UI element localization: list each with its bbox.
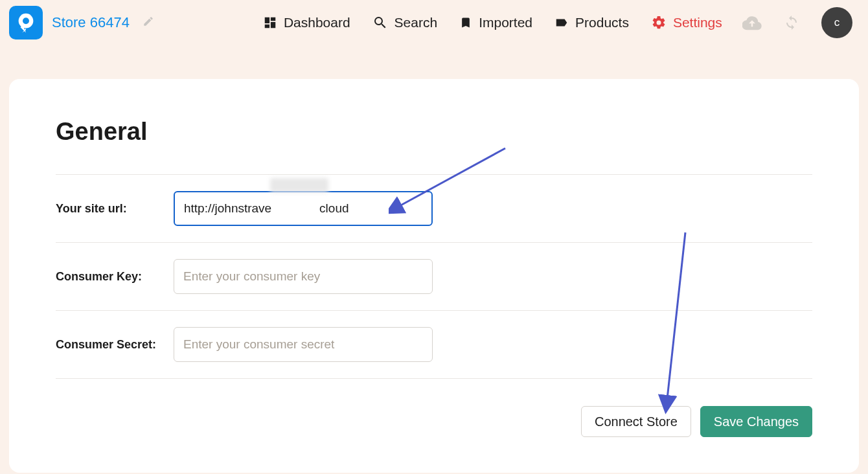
nav-search[interactable]: Search	[372, 15, 438, 30]
site-url-label: Your site url:	[56, 202, 174, 216]
nav-label: Settings	[673, 15, 722, 30]
consumer-key-input[interactable]	[174, 259, 433, 294]
consumer-key-label: Consumer Key:	[56, 270, 174, 284]
edit-icon[interactable]	[143, 16, 154, 30]
sync-icon[interactable]	[784, 15, 799, 30]
svg-point-1	[23, 17, 29, 24]
tag-icon	[554, 16, 569, 30]
cloud-upload-icon[interactable]	[742, 13, 762, 32]
site-url-row: Your site url:	[56, 175, 812, 243]
connect-store-button[interactable]: Connect Store	[581, 406, 691, 437]
dashboard-icon	[263, 16, 277, 30]
main-nav: Dashboard Search Imported Products Setti…	[263, 15, 722, 30]
site-url-input[interactable]	[174, 191, 433, 226]
store-name[interactable]: Store 66474	[52, 14, 130, 31]
save-changes-label: Save Changes	[714, 414, 799, 429]
settings-card: General Your site url: Consumer Key: Con…	[9, 79, 859, 473]
connect-store-label: Connect Store	[595, 414, 678, 429]
avatar-letter: c	[834, 16, 840, 29]
consumer-key-row: Consumer Key:	[56, 243, 812, 311]
nav-dashboard[interactable]: Dashboard	[263, 15, 350, 30]
nav-label: Dashboard	[284, 15, 350, 30]
header-right: c	[742, 7, 859, 38]
page-title: General	[56, 118, 812, 146]
bookmark-icon	[459, 16, 472, 29]
consumer-secret-row: Consumer Secret:	[56, 311, 812, 379]
consumer-secret-label: Consumer Secret:	[56, 338, 174, 352]
search-icon	[372, 15, 388, 30]
nav-label: Products	[575, 15, 629, 30]
redaction-overlay	[270, 178, 328, 192]
header: Store 66474 Dashboard Search Imported	[0, 0, 868, 45]
logo-store-name: Store 66474	[9, 6, 154, 40]
nav-label: Imported	[479, 15, 532, 30]
consumer-secret-input[interactable]	[174, 327, 433, 362]
nav-imported[interactable]: Imported	[459, 15, 532, 30]
gear-icon	[651, 15, 667, 30]
nav-products[interactable]: Products	[554, 15, 629, 30]
nav-label: Search	[394, 15, 438, 30]
app-logo[interactable]	[9, 6, 43, 40]
save-changes-button[interactable]: Save Changes	[700, 406, 812, 437]
nav-settings[interactable]: Settings	[651, 15, 722, 30]
avatar[interactable]: c	[821, 7, 852, 38]
actions-row: Connect Store Save Changes	[56, 406, 812, 437]
